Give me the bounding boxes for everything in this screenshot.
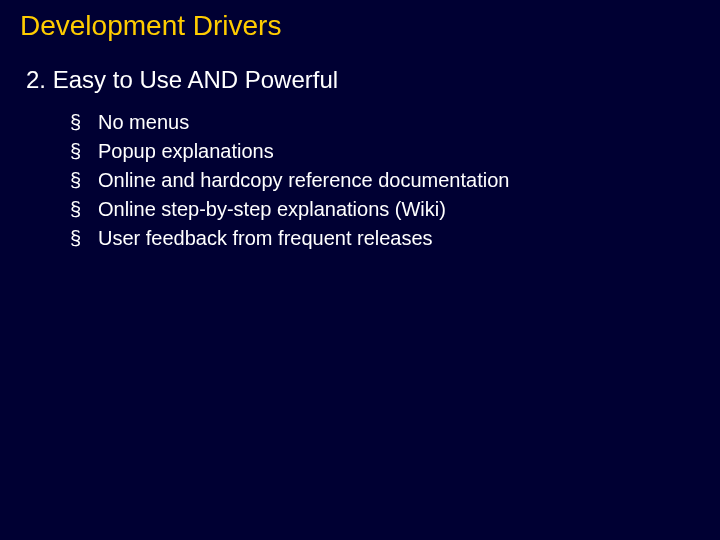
bullet-item: No menus	[70, 108, 700, 137]
slide: Development Drivers 2. Easy to Use AND P…	[0, 0, 720, 540]
bullet-item: Popup explanations	[70, 137, 700, 166]
bullet-item: User feedback from frequent releases	[70, 224, 700, 253]
slide-title: Development Drivers	[20, 10, 700, 42]
bullet-item: Online and hardcopy reference documentat…	[70, 166, 700, 195]
slide-subtitle: 2. Easy to Use AND Powerful	[26, 66, 700, 94]
bullet-item: Online step-by-step explanations (Wiki)	[70, 195, 700, 224]
bullet-list: No menus Popup explanations Online and h…	[70, 108, 700, 253]
